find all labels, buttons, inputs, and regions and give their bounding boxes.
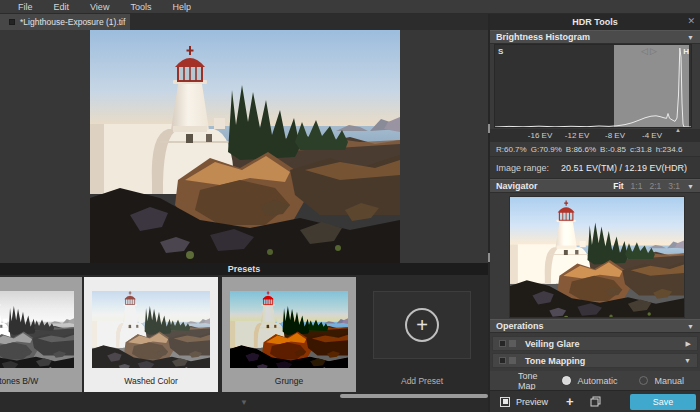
tone-map-automatic-radio[interactable] [562,376,571,385]
operation-label: Tone Mapping [525,356,585,366]
histogram-curve [495,45,692,128]
pixel-readout: R:60.7% G:70.9% B:86.6% B:-0.85 c:31.8 h… [490,142,700,157]
readout-brightness: B:-0.85 [600,145,626,154]
axis-tick: -16 EV [528,131,552,140]
readout-hue: h:234.6 [656,145,683,154]
menu-file[interactable]: File [18,2,33,12]
preset-card-grunge[interactable]: Grunge [222,277,356,392]
operation-grip-icon [509,357,516,364]
panel-footer: Preview + Save [490,390,700,412]
preset-thumbnail [0,291,74,368]
app-window: File Edit View Tools Help *Lighthouse-Ex… [0,0,700,412]
histogram-marker-icon: ▲ [675,127,681,133]
copy-icon[interactable] [590,396,601,407]
operation-tone-mapping[interactable]: Tone Mapping ▼ [492,353,698,368]
tone-map-automatic-label[interactable]: Automatic [577,376,617,386]
tone-map-manual-label[interactable]: Manual [654,376,684,386]
add-preset-card[interactable]: + Add Preset [356,277,488,392]
preset-thumbnail [92,291,210,368]
axis-tick: -8 EV [605,131,625,140]
histogram-title: Brightness Histogram [496,32,590,42]
zoom-3-1-button[interactable]: 3:1 [668,181,680,191]
axis-tick: -4 EV [642,131,662,140]
operations-section-header[interactable]: Operations ▼ [490,319,700,333]
plus-icon[interactable]: + [566,395,574,408]
hdr-tools-title: HDR Tools [572,17,617,27]
operation-enable-checkbox[interactable] [499,340,506,347]
preset-card-washed-color[interactable]: Washed Color [84,277,218,392]
chevron-down-icon[interactable]: ▼ [684,357,691,364]
preset-card-3tones-bw[interactable]: 3-tones B/W [0,277,82,392]
presets-scrollbar[interactable] [340,394,488,398]
operation-veiling-glare[interactable]: Veiling Glare ▶ [492,336,698,351]
tone-map-label: Tone Map [518,371,550,391]
image-range-row: Image range: 20.51 EV(TM) / 12.19 EV(HDR… [490,157,700,179]
preset-label: 3-tones B/W [0,376,82,386]
readout-red: R:60.7% [496,145,527,154]
operation-grip-icon [509,340,516,347]
operation-label: Veiling Glare [525,339,580,349]
tab-title: *Lighthouse-Exposure (1).tif [20,17,125,27]
tone-map-row: Tone Map Automatic Manual [490,371,700,390]
save-button[interactable]: Save [630,394,696,410]
presets-title: Presets [228,264,261,274]
presets-strip: 3-tones B/W Washed Color Grunge + Add Pr… [0,275,488,412]
image-canvas[interactable] [0,30,488,263]
navigator-thumbnail[interactable] [509,196,685,318]
readout-chroma: c:31.8 [630,145,652,154]
add-preset-icon[interactable]: + [405,308,439,342]
navigator-zoom-controls: Fit 1:1 2:1 3:1 ▼ [613,181,694,191]
document-tab[interactable]: *Lighthouse-Exposure (1).tif [0,14,130,30]
zoom-2-1-button[interactable]: 2:1 [649,181,661,191]
chevron-down-icon[interactable]: ▼ [687,323,694,330]
histogram-axis: ▲ -16 EV -12 EV -8 EV -4 EV [490,129,700,142]
operations-title: Operations [496,321,544,331]
readout-green: G:70.9% [531,145,562,154]
chevron-down-icon[interactable]: ▼ [687,34,694,41]
hdr-tools-panel: HDR Tools ✕ Brightness Histogram ▼ S H ◁… [490,14,700,412]
preset-label: Grunge [222,376,356,386]
save-button-label: Save [653,397,674,407]
preset-thumbnail [230,291,348,368]
main-photo[interactable] [90,30,400,263]
zoom-fit-button[interactable]: Fit [613,181,623,191]
operation-enable-checkbox[interactable] [499,357,506,364]
menu-help[interactable]: Help [172,2,191,12]
brightness-histogram[interactable]: S H ◁▷ [494,44,692,128]
image-range-value: 20.51 EV(TM) / 12.19 EV(HDR) [561,163,687,173]
chevron-right-icon[interactable]: ▶ [686,340,691,348]
tone-map-manual-radio[interactable] [639,376,648,385]
presets-collapse-icon[interactable]: ▼ [0,399,488,407]
zoom-1-1-button[interactable]: 1:1 [631,181,643,191]
add-preset-label: Add Preset [356,376,488,386]
add-preset-box[interactable]: + [373,291,471,359]
tab-modified-icon [9,19,15,25]
readout-blue: B:86.6% [566,145,596,154]
preview-label[interactable]: Preview [516,397,548,407]
chevron-down-icon[interactable]: ▼ [687,183,694,190]
menu-view[interactable]: View [90,2,109,12]
preset-label: Washed Color [84,376,218,386]
menu-edit[interactable]: Edit [54,2,70,12]
presets-header[interactable]: Presets [0,263,488,275]
preview-checkbox[interactable] [500,397,510,407]
histogram-section-header[interactable]: Brightness Histogram ▼ [490,30,700,44]
hdr-tools-titlebar[interactable]: HDR Tools ✕ [490,14,700,30]
axis-tick: -12 EV [565,131,589,140]
navigator-title: Navigator [496,181,538,191]
navigator-section-header[interactable]: Navigator Fit 1:1 2:1 3:1 ▼ [490,179,700,193]
tab-bar: *Lighthouse-Exposure (1).tif [0,14,488,30]
menu-bar: File Edit View Tools Help [0,0,700,14]
close-icon[interactable]: ✕ [687,16,695,26]
menu-tools[interactable]: Tools [130,2,151,12]
image-range-label: Image range: [496,163,549,173]
